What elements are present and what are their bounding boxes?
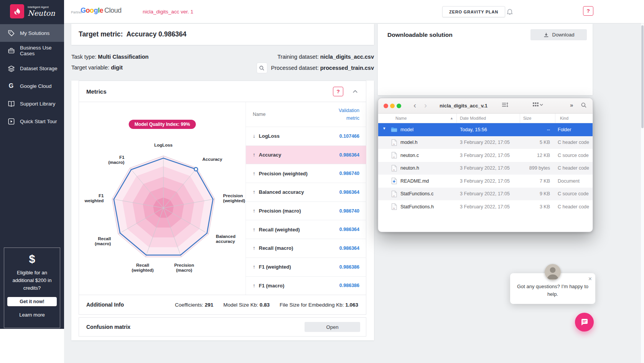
collapse-chevron-icon[interactable]	[352, 89, 359, 94]
down-arrow-icon: ↓	[253, 133, 255, 139]
forward-chevron-icon[interactable]: ›	[424, 101, 427, 110]
column-header-date-modified[interactable]: Date Modified	[457, 114, 520, 123]
file-kind: Folder	[553, 127, 593, 132]
finder-row[interactable]: ▾modelToday, 15:56--Folder	[378, 123, 593, 136]
window-zoom-button[interactable]	[397, 104, 401, 108]
metrics-title: Metrics	[86, 88, 107, 95]
column-header-kind[interactable]: Kind	[555, 114, 593, 123]
scrollbar-thumb[interactable]	[641, 25, 644, 128]
metric-value: 0.986740	[339, 171, 359, 176]
metric-row[interactable]: ↑F1 (macro)0.986386	[246, 276, 366, 295]
metric-row[interactable]: ↑Precision (macro)0.986740	[246, 201, 366, 220]
svg-text:Recall(macro): Recall(macro)	[95, 236, 111, 246]
disclosure-chevron-icon[interactable]: ▾	[383, 126, 385, 131]
notifications-bell-icon[interactable]	[506, 8, 514, 15]
sidebar-item-quick-start-tour[interactable]: Quick Start Tour	[0, 112, 64, 130]
file-kind: C header code	[553, 165, 593, 171]
confusion-matrix-title: Confusion matrix	[86, 324, 130, 330]
svg-text:.h: .h	[392, 143, 395, 145]
metric-row[interactable]: ↑F1 (weighted)0.986386	[246, 257, 366, 276]
file-name-cell: .cneuton.c	[378, 152, 457, 158]
metric-row[interactable]: ↓LogLoss0.107466	[246, 127, 366, 145]
metric-name: ↑Balanced accuracy	[253, 189, 304, 195]
more-toolbar-items-icon[interactable]: »	[570, 102, 573, 108]
file-date: 3 February 2022, 17:05	[457, 178, 520, 184]
finder-row[interactable]: .cStatFunctions.c3 February 2022, 17:059…	[378, 188, 593, 201]
column-validation-metric[interactable]: Validation metric	[332, 107, 359, 122]
file-kind: Document	[553, 178, 593, 184]
google-g-icon: G	[7, 82, 15, 90]
download-button[interactable]: Download	[530, 29, 587, 40]
open-confusion-matrix-button[interactable]: Open	[305, 322, 360, 332]
metric-row[interactable]: ↑Recall (macro)0.986364	[246, 239, 366, 257]
model-size-label: Model Size Kb:	[223, 302, 258, 308]
sidebar-item-business-use-cases[interactable]: Business Use Cases	[0, 42, 64, 59]
window-minimize-button[interactable]	[390, 104, 395, 108]
svg-text:F1(macro): F1(macro)	[108, 155, 125, 165]
window-close-button[interactable]	[384, 104, 388, 108]
svg-text:.c: .c	[392, 156, 395, 158]
book-icon	[7, 100, 15, 107]
metrics-table: Name Validation metric ↓LogLoss0.107466↑…	[245, 102, 366, 295]
task-info: Task type: Multi Classification Target v…	[71, 52, 374, 78]
file-date: 3 February 2022, 17:05	[457, 204, 520, 210]
project-title: nicla_digits_acc ver. 1	[143, 9, 193, 15]
column-name: Name	[253, 112, 265, 117]
layers-icon	[7, 64, 15, 72]
sidebar-item-label: Support Library	[20, 101, 55, 107]
plan-button[interactable]: ZERO GRAVITY PLAN	[442, 6, 505, 17]
back-chevron-icon[interactable]: ‹	[413, 101, 416, 110]
metric-value: 0.986386	[339, 264, 359, 270]
brand-logo[interactable]: Intelligent Agent Neuton	[0, 0, 64, 23]
sidebar-item-my-solutions[interactable]: My Solutions	[0, 24, 64, 42]
sidebar-item-dataset-storage[interactable]: Dataset Storage	[0, 59, 64, 77]
finder-window: ‹ › nicla_digits_acc_v.1 » Name▲ Date Mo…	[378, 98, 593, 232]
file-date: 3 February 2022, 17:05	[457, 140, 520, 145]
column-header-name[interactable]: Name▲	[378, 114, 457, 123]
finder-row[interactable]: .cneuton.c3 February 2022, 17:0512 KBC s…	[378, 149, 593, 162]
brand-name: Neuton	[28, 9, 55, 17]
learn-more-link[interactable]: Learn more	[4, 312, 60, 318]
file-size: 5 KB	[520, 140, 553, 145]
up-arrow-icon: ↑	[253, 152, 255, 158]
column-header-size[interactable]: Size	[520, 114, 555, 123]
sidebar-item-support-library[interactable]: Support Library	[0, 95, 64, 112]
task-type-value: Multi Classification	[98, 54, 148, 60]
metric-row[interactable]: ↑Balanced accuracy0.986364	[246, 183, 366, 201]
view-options-icon[interactable]	[533, 102, 543, 107]
metrics-help-button[interactable]: ?	[333, 87, 343, 96]
file-name-cell: .hStatFunctions.h	[378, 203, 457, 210]
svg-text:.h: .h	[392, 207, 395, 210]
sidebar-item-label: Google Cloud	[20, 83, 52, 89]
up-arrow-icon: ↑	[253, 227, 255, 233]
up-arrow-icon: ↑	[253, 171, 255, 177]
finder-row[interactable]: .hneuton.h3 February 2022, 17:05899 byte…	[378, 162, 593, 175]
dataset-search-button[interactable]	[257, 63, 267, 73]
get-it-now-button[interactable]: Get it now!	[7, 297, 57, 306]
file-size-value: 1.063	[345, 302, 358, 308]
chat-close-icon[interactable]: ×	[588, 276, 592, 282]
neuton-logo-icon	[10, 4, 24, 18]
chat-bubble-icon	[580, 318, 589, 327]
page-scrollbar[interactable]	[641, 23, 644, 363]
finder-row[interactable]: README.md3 February 2022, 17:057 KBDocum…	[378, 175, 593, 188]
chat-launcher-button[interactable]	[575, 313, 594, 332]
finder-search-icon[interactable]	[581, 102, 587, 108]
model-size-value: 0.83	[260, 302, 270, 308]
finder-row[interactable]: .hmodel.h3 February 2022, 17:055 KBC hea…	[378, 136, 593, 149]
topbar: Partner GoogleCloud nicla_digits_acc ver…	[64, 0, 644, 23]
list-view-icon[interactable]	[502, 102, 508, 107]
metric-value: 0.107466	[339, 134, 359, 139]
sidebar-item-google-cloud[interactable]: G Google Cloud	[0, 77, 64, 95]
help-button[interactable]: ?	[583, 6, 593, 16]
google-letter: o	[90, 7, 94, 14]
metric-row[interactable]: ↑Precision (weighted)0.986740	[246, 164, 366, 183]
finder-row[interactable]: .hStatFunctions.h3 February 2022, 17:053…	[378, 200, 593, 213]
file-kind: C header code	[553, 140, 593, 145]
training-dataset-value: nicla_digits_acc.csv	[320, 54, 374, 60]
tag-icon	[7, 29, 15, 37]
metric-row[interactable]: ↑Accuracy0.986364	[246, 145, 366, 164]
google-letter: o	[86, 7, 90, 14]
metric-row[interactable]: ↑Recall (weighted)0.986364	[246, 220, 366, 239]
downloadable-solution-card: Downloadable solution Download	[378, 24, 593, 95]
